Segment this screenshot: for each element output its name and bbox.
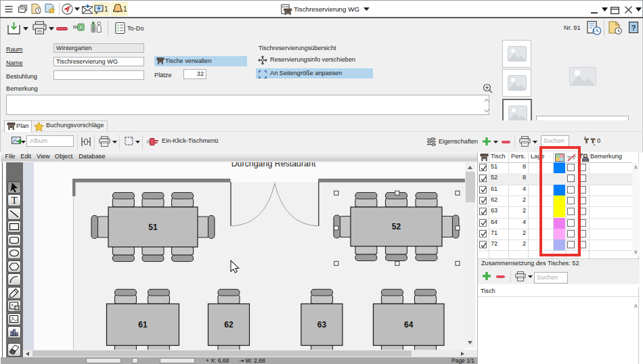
svg-text:63: 63 (317, 320, 327, 329)
svg-text:51: 51 (148, 223, 158, 232)
svg-text:52: 52 (392, 222, 401, 231)
svg-text:61: 61 (138, 320, 148, 329)
svg-text:62: 62 (224, 320, 234, 329)
svg-text:Durchgang Restaurant: Durchgang Restaurant (231, 162, 316, 168)
svg-text:64: 64 (404, 320, 414, 329)
